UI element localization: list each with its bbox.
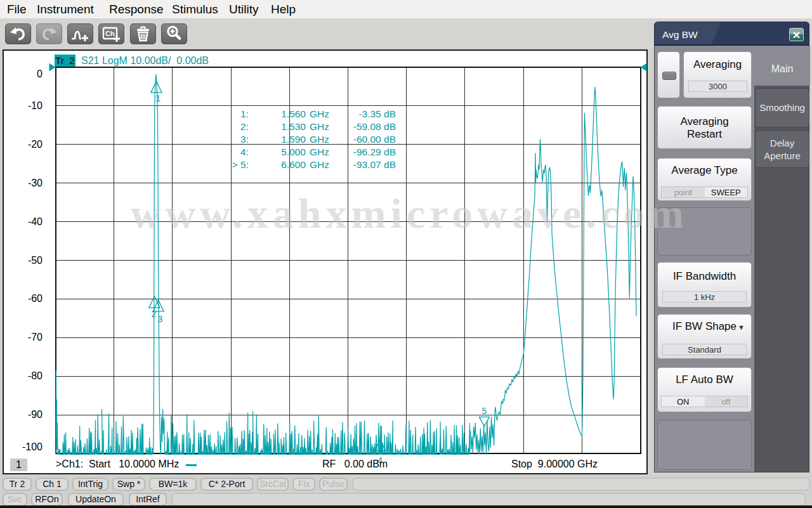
svg-text:Ch: Ch	[105, 30, 115, 37]
